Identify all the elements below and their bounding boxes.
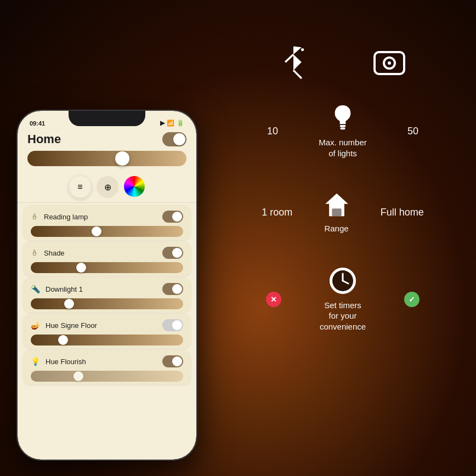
tab-color[interactable] [124,176,145,197]
max-lights-center: Max. numberof lights [319,104,367,158]
light-icon: 🔦 [31,285,40,293]
bridge-feature [370,44,409,82]
svg-rect-7 [332,208,341,216]
light-row: 💡 Hue Flourish [31,355,183,367]
light-toggle[interactable] [162,283,183,295]
light-toggle[interactable] [162,247,183,259]
list-item: 🕯 Shade [23,241,191,276]
row-range: 1 room Range Full home [225,191,461,234]
light-toggle[interactable] [162,319,183,331]
light-slider[interactable] [31,335,183,345]
svg-rect-4 [340,125,346,127]
light-name-row: 💡 Hue Flourish [31,357,86,366]
light-slider-thumb[interactable] [92,226,101,236]
list-item: 🔦 Downlight 1 [23,277,191,313]
range-label: Range [324,223,348,234]
light-name: Reading lamp [44,213,88,221]
brightness-slider[interactable] [18,151,196,172]
light-row: 🕯 Shade [31,247,183,259]
list-item: 💡 Hue Flourish [23,350,191,385]
max-lights-max-value: 50 [407,126,418,137]
light-name-row: 🕯 Shade [31,248,65,257]
light-slider-thumb[interactable] [58,335,68,345]
light-slider[interactable] [31,262,183,273]
home-header: Home [18,129,196,151]
wifi-icon: 📶 [167,120,174,127]
signal-icon: ▶ [160,120,165,127]
light-toggle[interactable] [162,355,183,367]
status-right-icons: ▶ 📶 🔋 [160,120,184,127]
max-lights-label: Max. numberof lights [319,137,367,158]
light-name-row: 🔦 Downlight 1 [31,285,83,293]
row-max-lights: 10 Max. numberof lights 50 [225,104,461,158]
range-min-value: 1 room [262,207,292,218]
clock-icon [329,267,356,297]
light-name-row: 🪔 Hue Signe Floor [31,321,97,330]
timer-available-indicator [404,292,420,307]
phone-screen: 09:41 ▶ 📶 🔋 Home ≡ ⊕ [18,111,196,460]
list-item: 🕯 Reading lamp [23,205,191,240]
row-connectivity-icons [225,44,461,82]
phone-notch [69,111,145,126]
list-item: 🪔 Hue Signe Floor [23,314,191,349]
svg-point-3 [388,61,391,65]
light-slider-thumb[interactable] [64,299,74,309]
light-name: Shade [44,249,65,257]
bluetooth-feature [277,44,310,82]
light-icon: 💡 [31,357,40,366]
range-center: Range [322,191,351,234]
light-slider-thumb[interactable] [76,263,86,273]
light-name: Hue Flourish [46,358,86,366]
brightness-thumb[interactable] [115,151,129,166]
info-panel: 10 Max. numberof lights 50 1 room [225,44,461,455]
bulb-icon [333,104,353,134]
light-name: Hue Signe Floor [46,321,97,330]
bluetooth-icon [277,44,310,82]
svg-point-0 [301,48,304,51]
light-toggle[interactable] [162,211,183,223]
light-slider[interactable] [31,226,183,237]
phone-mockup: 09:41 ▶ 📶 🔋 Home ≡ ⊕ [16,110,197,461]
light-slider-thumb[interactable] [73,371,83,381]
brightness-track[interactable] [27,151,186,166]
max-lights-min-value: 10 [267,126,278,137]
home-toggle[interactable] [162,132,186,146]
tab-list[interactable]: ≡ [69,176,91,198]
light-row: 🪔 Hue Signe Floor [31,319,183,331]
light-name-row: 🕯 Reading lamp [31,212,88,221]
light-name: Downlight 1 [46,285,83,293]
light-icon: 🕯 [31,212,38,221]
status-time: 09:41 [30,120,45,127]
tab-scenes[interactable]: ⊕ [97,176,118,198]
timer-unavailable-indicator [266,292,281,307]
row-timers: Set timersfor yourconvenience [225,267,461,332]
svg-rect-5 [340,128,345,130]
light-row: 🔦 Downlight 1 [31,283,183,295]
tab-bar: ≡ ⊕ [18,172,196,203]
bridge-icon [370,44,409,82]
light-slider[interactable] [31,371,183,382]
home-title: Home [27,132,61,146]
house-icon [322,191,351,220]
battery-icon: 🔋 [177,120,184,127]
light-icon: 🪔 [31,321,40,330]
lights-list: 🕯 Reading lamp 🕯 Shade [18,203,196,387]
light-slider[interactable] [31,298,183,309]
timers-center: Set timersfor yourconvenience [320,267,366,332]
light-icon: 🕯 [31,248,38,257]
range-max-value: Full home [381,207,424,218]
timers-label: Set timersfor yourconvenience [320,300,366,332]
light-row: 🕯 Reading lamp [31,211,183,223]
phone-shell: 09:41 ▶ 📶 🔋 Home ≡ ⊕ [16,110,197,461]
